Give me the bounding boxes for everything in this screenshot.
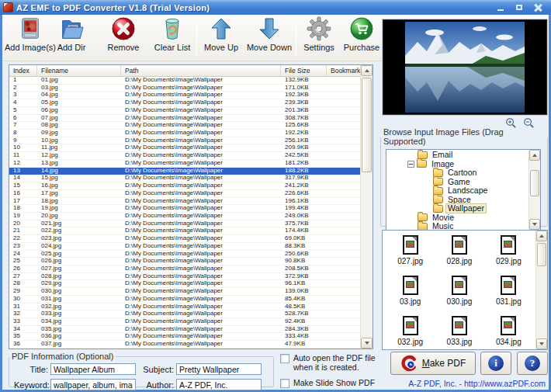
table-row[interactable]: 203.jpgD:\My Documents\Image\Wallpaper17…: [9, 85, 360, 92]
thumbnail-item[interactable]: 027.jpg: [386, 235, 435, 265]
table-cell: [327, 243, 360, 250]
tree-item-movie[interactable]: Movie: [386, 213, 528, 223]
settings-button[interactable]: Settings: [298, 16, 340, 60]
table-row[interactable]: 910.jpgD:\My Documents\Image\Wallpaper25…: [9, 137, 360, 145]
table-cell: 181.2KB: [281, 160, 327, 167]
column-header-index[interactable]: Index: [9, 65, 37, 76]
table-row[interactable]: 1920.jpgD:\My Documents\Image\Wallpaper2…: [9, 213, 360, 220]
folder-tree-items: EmailImageCartoonGameLandscapeSpaceWallp…: [386, 151, 528, 231]
table-row[interactable]: 1011.jpgD:\My Documents\Image\Wallpaper2…: [9, 144, 360, 152]
title-field[interactable]: [50, 363, 136, 375]
remove-button[interactable]: Remove: [102, 16, 145, 60]
table-row[interactable]: 101.jpgD:\My Documents\Image\Wallpaper13…: [9, 77, 360, 85]
scrollbar-thumb[interactable]: [362, 78, 372, 172]
table-row[interactable]: 809.jpgD:\My Documents\Image\Wallpaper19…: [9, 130, 360, 137]
scrollbar-thumb[interactable]: [530, 170, 539, 196]
scroll-down-button[interactable]: [529, 219, 540, 230]
table-row[interactable]: 26027.jpgD:\My Documents\Image\Wallpaper…: [9, 265, 360, 273]
file-table-scrollbar[interactable]: [360, 65, 373, 349]
column-header-path[interactable]: Path: [121, 65, 281, 76]
purchase-button[interactable]: Purchase: [341, 16, 383, 60]
thumbnail-item[interactable]: 033.jpg: [435, 316, 483, 346]
table-row[interactable]: 31032.jpgD:\My Documents\Image\Wallpaper…: [9, 304, 360, 311]
image-file-icon: [403, 235, 418, 255]
thumbnail-item[interactable]: 034.jpg: [484, 316, 533, 346]
table-row[interactable]: 506.jpgD:\My Documents\Image\Wallpaper20…: [9, 107, 360, 115]
maximize-button[interactable]: [514, 3, 525, 12]
thumbnail-scrollbar[interactable]: [535, 231, 547, 349]
content-area: Add Image(s) Add Dir Remove: [2, 15, 549, 390]
table-row[interactable]: 1314.jpgD:\My Documents\Image\Wallpaper1…: [9, 168, 360, 175]
table-row[interactable]: 1213.jpgD:\My Documents\Image\Wallpaper1…: [9, 160, 360, 168]
table-row[interactable]: 1617.jpgD:\My Documents\Image\Wallpaper2…: [9, 190, 360, 198]
table-row[interactable]: 1112.jpgD:\My Documents\Image\Wallpaper2…: [9, 152, 360, 160]
table-row[interactable]: 36037.jpgD:\My Documents\Image\Wallpaper…: [9, 341, 360, 349]
table-row[interactable]: 34035.jpgD:\My Documents\Image\Wallpaper…: [9, 326, 360, 334]
thumbnail-item[interactable]: 029.jpg: [484, 235, 533, 265]
tree-scrollbar[interactable]: [528, 150, 540, 230]
table-row[interactable]: 405.jpgD:\My Documents\Image\Wallpaper23…: [9, 99, 360, 107]
tree-item-email[interactable]: Email: [386, 151, 528, 160]
scroll-up-button[interactable]: [361, 65, 373, 76]
table-row[interactable]: 304.jpgD:\My Documents\Image\Wallpaper19…: [9, 92, 360, 99]
author-field[interactable]: [176, 379, 262, 390]
collapse-icon[interactable]: [407, 161, 414, 168]
table-row[interactable]: 20021.jpgD:\My Documents\Image\Wallpaper…: [9, 220, 360, 228]
thumbnail-item[interactable]: 031.jpg: [484, 276, 533, 306]
make-pdf-button[interactable]: Make PDF: [390, 352, 476, 375]
table-row[interactable]: 23024.jpgD:\My Documents\Image\Wallpaper…: [9, 243, 360, 251]
auto-open-option[interactable]: Auto open the PDF file when it is create…: [280, 353, 385, 372]
clear-list-button[interactable]: Clear List: [151, 16, 194, 60]
thumbnail-item[interactable]: 03.jpg: [386, 276, 435, 306]
info-button[interactable]: i: [480, 352, 511, 375]
table-row[interactable]: 35036.jpgD:\My Documents\Image\Wallpaper…: [9, 333, 360, 341]
table-row[interactable]: 30031.jpgD:\My Documents\Image\Wallpaper…: [9, 296, 360, 304]
close-button[interactable]: [532, 3, 543, 12]
table-cell: 033.jpg: [37, 310, 121, 317]
thumbnail-item[interactable]: 032.jpg: [386, 316, 435, 346]
table-row[interactable]: 1718.jpgD:\My Documents\Image\Wallpaper1…: [9, 198, 360, 206]
table-row[interactable]: 1516.jpgD:\My Documents\Image\Wallpaper2…: [9, 182, 360, 190]
scroll-up-button[interactable]: [529, 150, 540, 161]
thumbnail-item[interactable]: 028.jpg: [435, 235, 483, 265]
thumbnail-item[interactable]: 030.jpg: [435, 276, 483, 306]
table-row[interactable]: 33034.jpgD:\My Documents\Image\Wallpaper…: [9, 318, 360, 326]
scroll-up-button[interactable]: [536, 231, 547, 241]
vendor-website-link[interactable]: A-Z PDF, Inc. - http://www.azPDF.com: [297, 379, 546, 388]
tree-item-landscape[interactable]: Landscape: [386, 186, 528, 196]
table-row[interactable]: 22023.jpgD:\My Documents\Image\Wallpaper…: [9, 235, 360, 243]
minimize-button[interactable]: [495, 3, 506, 12]
table-row[interactable]: 607.jpgD:\My Documents\Image\Wallpaper30…: [9, 115, 360, 123]
column-header-bookmark[interactable]: Bookmark: [327, 65, 360, 76]
table-row[interactable]: 27028.jpgD:\My Documents\Image\Wallpaper…: [9, 273, 360, 281]
help-button[interactable]: ?: [517, 352, 548, 375]
add-dir-button[interactable]: Add Dir: [50, 16, 92, 60]
slide-show-checkbox[interactable]: [280, 379, 289, 388]
table-row[interactable]: 708.jpgD:\My Documents\Image\Wallpaper12…: [9, 122, 360, 130]
scroll-down-button[interactable]: [361, 338, 373, 349]
scrollbar-thumb[interactable]: [537, 243, 546, 266]
move-down-button[interactable]: Move Down: [245, 16, 293, 60]
image-file-icon: [452, 316, 467, 335]
keyword-field[interactable]: [50, 379, 136, 390]
add-images-button[interactable]: Add Image(s): [6, 16, 54, 60]
table-row[interactable]: 29030.jpgD:\My Documents\Image\Wallpaper…: [9, 288, 360, 296]
table-row[interactable]: 21022.jpgD:\My Documents\Image\Wallpaper…: [9, 227, 360, 235]
tree-item-wallpaper[interactable]: Wallpaper: [386, 204, 528, 213]
table-row[interactable]: 25026.jpgD:\My Documents\Image\Wallpaper…: [9, 258, 360, 265]
toolbar-button-label: Move Up: [204, 43, 238, 52]
tree-item-cartoon[interactable]: Cartoon: [386, 168, 528, 178]
scroll-down-button[interactable]: [536, 338, 547, 349]
column-header-filename[interactable]: Filename: [37, 65, 121, 76]
table-row[interactable]: 32033.jpgD:\My Documents\Image\Wallpaper…: [9, 310, 360, 318]
table-row[interactable]: 28029.jpgD:\My Documents\Image\Wallpaper…: [9, 280, 360, 288]
column-header-filesize[interactable]: File Size: [281, 65, 327, 76]
move-up-button[interactable]: Move Up: [199, 16, 243, 60]
table-row[interactable]: 24025.jpgD:\My Documents\Image\Wallpaper…: [9, 251, 360, 258]
keyword-label: Keyword:: [14, 380, 48, 390]
table-row[interactable]: 1415.jpgD:\My Documents\Image\Wallpaper3…: [9, 175, 360, 182]
folder-icon: [433, 187, 443, 195]
table-row[interactable]: 1819.jpgD:\My Documents\Image\Wallpaper1…: [9, 205, 360, 213]
subject-field[interactable]: [176, 363, 262, 375]
auto-open-checkbox[interactable]: [280, 354, 289, 363]
